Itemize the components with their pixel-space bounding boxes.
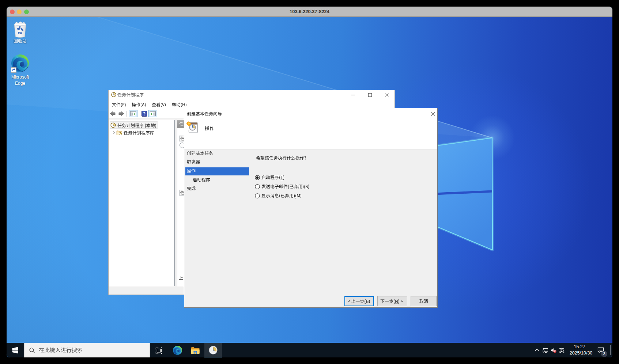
svg-text:?: ?	[143, 111, 146, 117]
